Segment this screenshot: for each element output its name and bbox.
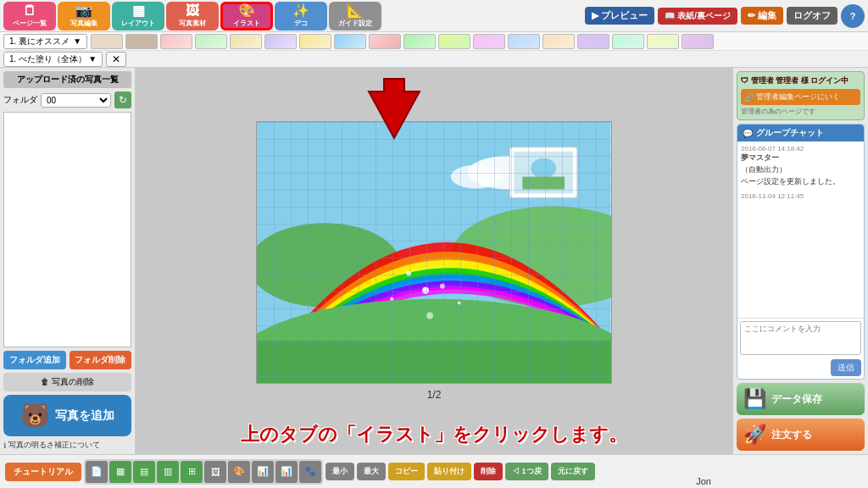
tab-illust[interactable]: 🎨 イラスト — [220, 2, 273, 30]
tool-4[interactable]: ▥ — [157, 461, 179, 483]
photo-icon: 📷 — [75, 4, 92, 18]
preview-button[interactable]: ▶ プレビュー — [585, 7, 654, 25]
folder-label: フォルダ — [3, 94, 37, 106]
svg-point-13 — [426, 313, 433, 319]
bg-thumb-15[interactable] — [612, 34, 644, 49]
svg-point-11 — [390, 297, 393, 301]
svg-point-10 — [440, 284, 445, 289]
tool-8[interactable]: 📊 — [252, 461, 274, 483]
svg-point-12 — [458, 302, 461, 305]
bg-thumbnail-strip — [91, 34, 865, 49]
second-strip-dropdown2[interactable]: ✕ — [106, 52, 126, 67]
tab-photo2[interactable]: 🖼 写真素材 — [166, 2, 219, 30]
tool-5[interactable]: ⊞ — [181, 461, 203, 483]
bg-thumb-1[interactable] — [125, 34, 158, 49]
chevron-down-icon: ▼ — [73, 36, 81, 46]
tab-photo[interactable]: 📷 写真編集 — [58, 2, 110, 30]
admin-box: 🛡 管理者 管理者 様 ログイン中 🔗 管理者編集ページにいく 管理者の為のペー… — [737, 71, 865, 120]
bg-thumb-10[interactable] — [438, 34, 470, 49]
main-area: アップロード済の写真一覧 フォルダ 00 ↻ フォルダ追加 フォルダ削除 🗑 写… — [0, 68, 868, 454]
canvas-image — [257, 122, 611, 383]
center-area: 1/2 — [136, 68, 732, 454]
help-button[interactable]: ? — [841, 4, 865, 28]
redo-button[interactable]: 元に戻す — [551, 463, 595, 480]
add-folder-button[interactable]: フォルダ追加 — [3, 351, 66, 369]
bg-thumb-6[interactable] — [299, 34, 331, 49]
zoom-max-button[interactable]: 最大 — [357, 463, 386, 480]
copy-button[interactable]: コピー — [388, 463, 425, 480]
chat-header: 💬 グループチャット — [737, 125, 864, 141]
admin-icon: 🛡 — [741, 76, 748, 85]
save-button[interactable]: 💾 データ保存 — [737, 383, 865, 415]
bg-thumb-12[interactable] — [508, 34, 540, 49]
add-photo-button[interactable]: 🐻 写真を追加 — [3, 395, 131, 436]
edit-button[interactable]: ✏ 編集 — [741, 7, 783, 25]
send-button[interactable]: 送信 — [831, 359, 861, 376]
bg-thumb-9[interactable] — [403, 34, 436, 49]
brightness-link[interactable]: ℹ 写真の明るさ補正について — [3, 440, 131, 451]
link-icon: 🔗 — [744, 93, 754, 102]
tool-group-1: 📄 ▦ ▤ ▥ ⊞ 🖼 🎨 📊 📊 🐾 — [84, 459, 323, 485]
bg-thumb-2[interactable] — [160, 34, 192, 49]
bg-thumb-5[interactable] — [264, 34, 297, 49]
add-photo-icon: 🐻 — [20, 402, 50, 430]
tutorial-button[interactable]: チュートリアル — [5, 463, 81, 481]
bg-dropdown[interactable]: 1. 裏にオススメ ▼ — [3, 34, 87, 49]
tool-7[interactable]: 🎨 — [228, 461, 250, 483]
tab-guide[interactable]: 📐 ガイド設定 — [329, 2, 381, 30]
refresh-button[interactable]: ↻ — [114, 92, 131, 108]
bg-thumb-16[interactable] — [647, 34, 679, 49]
second-strip-dropdown1[interactable]: 1. べた塗り（全体） ▼ — [3, 52, 103, 67]
tab-deco[interactable]: ✨ デコ — [275, 2, 327, 30]
admin-sub: 管理者の為のページです — [741, 107, 860, 116]
delete-button[interactable]: 削除 — [474, 463, 503, 480]
logout-button[interactable]: ログオフ — [787, 7, 837, 25]
tool-1[interactable]: 📄 — [86, 461, 108, 483]
admin-link-button[interactable]: 🔗 管理者編集ページにいく — [741, 89, 860, 105]
bg-thumb-13[interactable] — [542, 34, 575, 49]
canvas-wrapper[interactable] — [256, 121, 612, 384]
bg-strip: 1. 裏にオススメ ▼ — [0, 32, 868, 51]
svg-rect-7 — [257, 341, 610, 383]
panel-title: アップロード済の写真一覧 — [3, 71, 131, 88]
bg-thumb-17[interactable] — [682, 34, 714, 49]
order-button[interactable]: 🚀 注文する — [737, 419, 865, 451]
bg-thumb-11[interactable] — [473, 34, 505, 49]
paste-button[interactable]: 貼り付け — [427, 463, 471, 480]
bg-thumb-4[interactable] — [230, 34, 262, 49]
group-chat-box: 💬 グループチャット 2016-06-07 14:18:42 夢マスター （自動… — [737, 124, 865, 380]
cover-button[interactable]: 📖 表紙/裏ページ — [658, 8, 737, 25]
del-folder-button[interactable]: フォルダ削除 — [70, 351, 132, 369]
chevron-down-icon2: ▼ — [88, 54, 97, 64]
tab-page[interactable]: 🗒 ページ一覧 — [3, 2, 56, 30]
chat-input[interactable] — [740, 321, 861, 355]
bottom-toolbar: チュートリアル 📄 ▦ ▤ ▥ ⊞ 🖼 🎨 📊 📊 🐾 最小 最大 コピー 貼り… — [0, 454, 868, 488]
chat-message-0: 2016-06-07 14:18:42 夢マスター （自動出力） ページ設定を更… — [741, 145, 860, 187]
undo-button[interactable]: ◁ 1つ戻 — [505, 463, 548, 480]
page-number: 1/2 — [427, 389, 442, 401]
chat-message-1: 2016-11-04 12:11:45 — [741, 192, 860, 200]
bg-thumb-3[interactable] — [195, 34, 227, 49]
tool-2[interactable]: ▦ — [109, 461, 131, 483]
chat-input-area: 送信 — [737, 318, 864, 379]
tool-6[interactable]: 🖼 — [204, 461, 226, 483]
zoom-min-button[interactable]: 最小 — [326, 463, 354, 480]
tool-3[interactable]: ▤ — [133, 461, 155, 483]
svg-point-3 — [451, 165, 502, 189]
info-icon: ℹ — [3, 441, 6, 450]
admin-title: 🛡 管理者 管理者 様 ログイン中 — [741, 75, 860, 86]
edit-icon: ✏ — [748, 10, 755, 21]
layout-icon: ▦ — [132, 4, 145, 18]
chat-icon: 💬 — [743, 129, 753, 138]
delete-photo-area[interactable]: 🗑 写真の削除 — [3, 373, 131, 391]
bg-thumb-14[interactable] — [577, 34, 609, 49]
bg-thumb-8[interactable] — [369, 34, 401, 49]
tool-10[interactable]: 🐾 — [299, 461, 321, 483]
right-panel: 🛡 管理者 管理者 様 ログイン中 🔗 管理者編集ページにいく 管理者の為のペー… — [732, 68, 868, 454]
bg-thumb-7[interactable] — [334, 34, 366, 49]
bg-thumb-0[interactable] — [91, 34, 123, 49]
tool-9[interactable]: 📊 — [275, 461, 298, 483]
folder-select[interactable]: 00 — [41, 93, 111, 108]
photo-list-area — [3, 112, 131, 347]
tab-layout[interactable]: ▦ レイアウト — [112, 2, 164, 30]
